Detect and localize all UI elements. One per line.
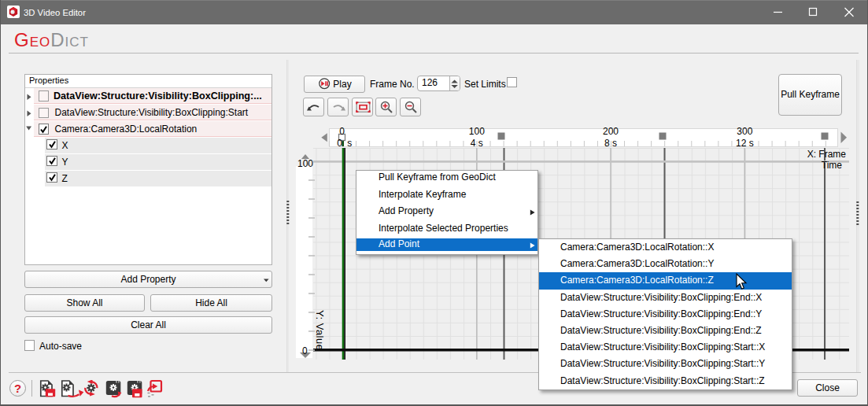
svg-text:s: s [347, 138, 352, 148]
svg-text:8 s: 8 s [604, 138, 617, 148]
svg-text:4 s: 4 s [471, 138, 483, 148]
svg-text:100: 100 [469, 126, 485, 137]
svg-text:0: 0 [337, 138, 342, 148]
svg-text:0: 0 [339, 126, 345, 137]
svg-text:300: 300 [737, 126, 752, 137]
svg-text:12 s: 12 s [736, 138, 754, 148]
svg-text:200: 200 [603, 126, 619, 137]
